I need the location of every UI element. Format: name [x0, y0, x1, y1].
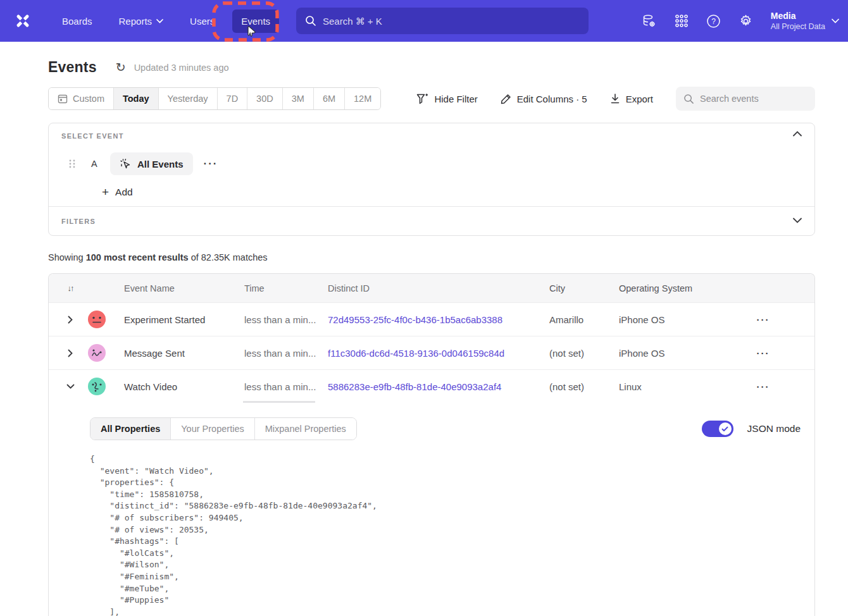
add-event-button[interactable]: + Add — [102, 187, 153, 198]
cell-event-name: Watch Video — [124, 381, 244, 392]
select-event-label: SELECT EVENT — [61, 132, 802, 140]
query-builder-card: SELECT EVENT A — [48, 123, 815, 236]
row-more-button[interactable]: ··· — [751, 348, 776, 359]
cell-event-name: Experiment Started — [124, 314, 244, 325]
chevron-down-icon[interactable] — [64, 384, 77, 389]
column-header-distinct-id[interactable]: Distinct ID — [328, 283, 549, 293]
event-row-letter: A — [91, 159, 99, 169]
table-toolbar: Hide Filter Edit Columns · 5 Export — [416, 87, 815, 111]
avatar — [87, 343, 106, 362]
cell-city: Amarillo — [549, 314, 619, 325]
date-option-yesterday[interactable]: Yesterday — [159, 88, 218, 109]
results-summary: Showing 100 most recent results of 82.35… — [48, 252, 815, 262]
nav-item-boards[interactable]: Boards — [53, 9, 101, 33]
search-events-box[interactable] — [676, 87, 815, 111]
tab-all-properties[interactable]: All Properties — [90, 418, 171, 440]
column-header-time[interactable]: Time — [244, 283, 328, 293]
chevron-up-icon[interactable] — [793, 131, 803, 141]
svg-text:?: ? — [712, 16, 716, 25]
nav-item-reports[interactable]: Reports — [110, 9, 173, 33]
table-row-expanded[interactable]: Watch Video less than a min... 5886283e-… — [49, 369, 814, 403]
json-mode-control: JSON mode — [702, 421, 802, 437]
event-pill-label: All Events — [137, 159, 184, 169]
project-switcher[interactable]: Media All Project Data — [771, 10, 839, 32]
global-search[interactable] — [296, 8, 589, 34]
chevron-right-icon[interactable] — [64, 349, 77, 357]
date-option-label: Today — [123, 94, 149, 104]
chevron-down-icon — [156, 19, 163, 23]
edit-columns-label: Edit Columns · 5 — [517, 94, 587, 104]
date-option-12m[interactable]: 12M — [345, 88, 380, 109]
global-search-input[interactable] — [323, 16, 580, 27]
tab-your-properties[interactable]: Your Properties — [171, 418, 254, 440]
controls-row: Custom Today Yesterday 7D 30D 3M 6M 12M … — [48, 87, 815, 111]
event-json-viewer[interactable]: { "event": "Watch Video", "properties": … — [90, 453, 802, 616]
cell-distinct-id[interactable]: 72d49553-25fc-4f0c-b436-1b5ac6ab3388 — [328, 314, 549, 325]
chevron-right-icon[interactable] — [64, 316, 77, 324]
drag-handle-icon[interactable] — [68, 159, 76, 169]
export-label: Export — [626, 94, 653, 104]
event-detail-panel: All Properties Your Properties Mixpanel … — [49, 403, 814, 616]
apps-grid-icon[interactable] — [674, 13, 689, 28]
row-more-button[interactable]: ··· — [751, 381, 776, 392]
column-header-os[interactable]: Operating System — [619, 283, 736, 293]
date-option-label: 6M — [323, 94, 335, 104]
chevron-down-icon[interactable] — [793, 218, 803, 228]
column-header-event-name[interactable]: Event Name — [124, 283, 244, 293]
json-mode-toggle[interactable] — [702, 421, 733, 437]
search-icon — [683, 94, 694, 104]
cell-os: Linux — [619, 381, 736, 392]
cell-distinct-id[interactable]: 5886283e-e9fb-48fb-81de-40e9093a2af4 — [328, 381, 549, 392]
edit-columns-button[interactable]: Edit Columns · 5 — [501, 94, 587, 104]
avatar — [87, 310, 106, 329]
date-option-label: 12M — [354, 94, 371, 104]
events-table: ↓↑ Event Name Time Distinct ID City Oper… — [48, 273, 815, 616]
sort-icon[interactable]: ↓↑ — [64, 283, 77, 293]
date-option-today[interactable]: Today — [114, 88, 159, 109]
nav-item-label: Reports — [119, 16, 153, 27]
horizontal-scrollbar-thumb[interactable] — [243, 401, 315, 403]
hide-filter-button[interactable]: Hide Filter — [416, 94, 477, 104]
tab-mixpanel-properties[interactable]: Mixpanel Properties — [255, 418, 356, 440]
detail-toolbar: All Properties Your Properties Mixpanel … — [90, 417, 802, 440]
event-selector-pill[interactable]: All Events — [110, 152, 193, 175]
project-name: Media — [771, 10, 825, 22]
nav-item-users[interactable]: Users — [181, 9, 223, 33]
filters-label: FILTERS — [61, 218, 96, 225]
cell-os: iPhone OS — [619, 348, 736, 359]
event-row: A All Events ··· — [61, 152, 802, 175]
search-icon — [305, 15, 316, 27]
date-option-custom[interactable]: Custom — [49, 88, 114, 109]
chevron-down-icon — [832, 18, 839, 23]
search-events-input[interactable] — [700, 94, 807, 104]
settings-gear-icon[interactable] — [739, 13, 754, 28]
page-title: Events — [48, 59, 97, 76]
row-more-button[interactable]: ··· — [751, 314, 776, 325]
filters-section[interactable]: FILTERS — [49, 206, 814, 235]
page-header: Events ↻ Updated 3 minutes ago — [48, 59, 815, 76]
funnel-plus-icon — [416, 94, 428, 104]
plus-icon: + — [102, 187, 109, 198]
cell-city: (not set) — [549, 381, 619, 392]
export-button[interactable]: Export — [610, 94, 653, 104]
nav-item-label: Events — [241, 16, 270, 27]
nav-item-events[interactable]: Events — [232, 9, 279, 33]
date-option-3m[interactable]: 3M — [283, 88, 314, 109]
event-more-button[interactable]: ··· — [204, 157, 218, 170]
help-icon[interactable]: ? — [706, 13, 721, 28]
cell-time: less than a min... — [244, 381, 328, 392]
column-header-city[interactable]: City — [549, 283, 619, 293]
date-option-6m[interactable]: 6M — [314, 88, 345, 109]
table-row[interactable]: Message Sent less than a min... f11c30d6… — [49, 336, 814, 369]
mixpanel-logo[interactable] — [11, 9, 34, 32]
refresh-icon[interactable]: ↻ — [116, 61, 128, 74]
table-row[interactable]: Experiment Started less than a min... 72… — [49, 302, 814, 336]
wizard-cursor-icon — [120, 158, 132, 170]
date-option-7d[interactable]: 7D — [218, 88, 248, 109]
events-page: Events ↻ Updated 3 minutes ago Custom To… — [0, 59, 848, 616]
cell-distinct-id[interactable]: f11c30d6-dc6d-4518-9136-0d046159c84d — [328, 348, 549, 359]
data-management-icon[interactable] — [642, 13, 657, 28]
date-option-30d[interactable]: 30D — [247, 88, 283, 109]
add-event-label: Add — [115, 187, 133, 198]
date-option-label: Custom — [73, 94, 104, 104]
